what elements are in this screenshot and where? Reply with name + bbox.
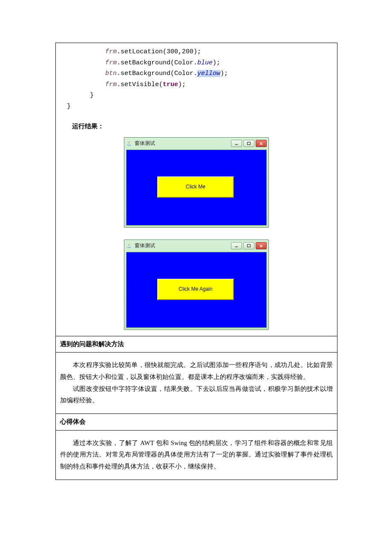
minimize-button[interactable] — [231, 242, 242, 249]
close-icon — [259, 142, 263, 146]
close-icon — [259, 244, 263, 248]
window-titlebar: 窗体测试 — [124, 240, 268, 252]
content-table: frm.setLocation(300,200); frm.setBackgro… — [55, 43, 337, 480]
code-line-1: frm.setLocation(300,200); — [59, 48, 201, 55]
experience-heading: 心得体会 — [56, 413, 337, 431]
screenshots-container: 窗体测试 — [56, 136, 337, 336]
java-icon — [126, 141, 132, 147]
problems-paragraph-1: 本次程序实验比较简单，很快就能完成。之后试图添加一些程序语句，成功几处。比如背景… — [60, 359, 333, 383]
click-me-again-button[interactable]: Click Me Again — [157, 279, 234, 300]
window-button-group — [231, 140, 267, 147]
maximize-button[interactable] — [243, 242, 254, 249]
maximize-icon — [247, 142, 251, 146]
experience-paragraph-1: 通过本次实验，了解了 AWT 包和 Swing 包的结构层次，学习了组件和容器的… — [60, 437, 333, 473]
code-and-result-cell: frm.setLocation(300,200); frm.setBackgro… — [56, 43, 337, 336]
minimize-icon — [234, 142, 239, 146]
experience-body: 通过本次实验，了解了 AWT 包和 Swing 包的结构层次，学习了组件和容器的… — [56, 431, 337, 480]
code-line-2: frm.setBackground(Color.blue); — [59, 59, 220, 66]
window-client-area: Click Me Again — [126, 252, 267, 328]
code-block: frm.setLocation(300,200); frm.setBackgro… — [56, 43, 337, 113]
close-button[interactable] — [256, 140, 267, 147]
maximize-icon — [247, 244, 251, 248]
java-window-2: 窗体测试 — [124, 240, 269, 330]
problems-body: 本次程序实验比较简单，很快就能完成。之后试图添加一些程序语句，成功几处。比如背景… — [56, 353, 337, 413]
problems-heading: 遇到的问题和解决方法 — [56, 336, 337, 353]
minimize-button[interactable] — [231, 140, 242, 147]
run-result-label: 运行结果： — [56, 113, 337, 136]
java-window-1: 窗体测试 — [124, 137, 269, 228]
window-client-area: Click Me — [126, 150, 267, 225]
close-button[interactable] — [256, 242, 267, 249]
window-titlebar: 窗体测试 — [124, 138, 268, 150]
window-title: 窗体测试 — [135, 139, 231, 147]
code-line-5: } — [59, 92, 94, 99]
minimize-icon — [234, 244, 239, 248]
document-page: frm.setLocation(300,200); frm.setBackgro… — [0, 0, 392, 506]
click-me-button[interactable]: Click Me — [157, 176, 234, 198]
code-line-4: frm.setVisible(true); — [59, 81, 186, 88]
maximize-button[interactable] — [243, 140, 254, 147]
window-title: 窗体测试 — [135, 241, 231, 250]
code-line-6: } — [59, 103, 71, 110]
svg-rect-1 — [248, 142, 251, 145]
window-button-group — [231, 242, 267, 249]
code-line-3: btn.setBackground(Color.yellow); — [59, 70, 228, 77]
problems-paragraph-2: 试图改变按钮中字符字体设置，结果失败。下去以后应当再做尝试，积极学习新的技术以增… — [60, 383, 333, 407]
java-icon — [126, 243, 132, 249]
svg-rect-5 — [248, 244, 251, 247]
